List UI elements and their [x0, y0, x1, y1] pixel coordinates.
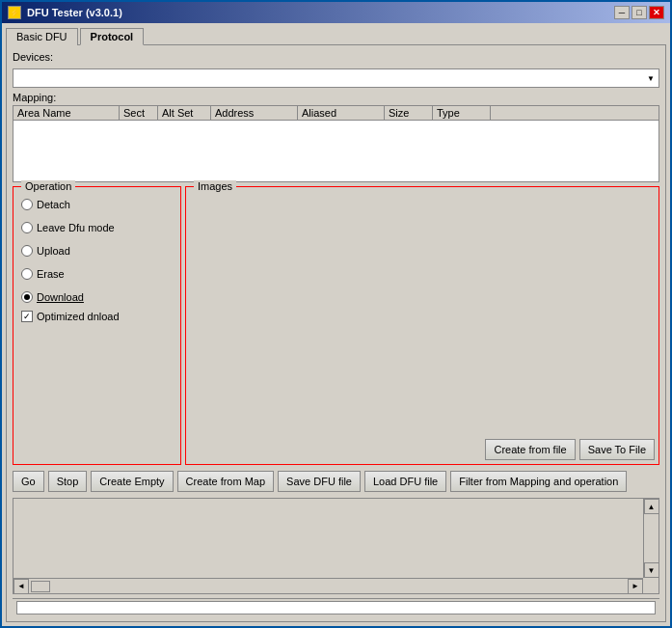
- title-buttons: ─ □ ✕: [614, 6, 664, 19]
- chevron-down-icon: ▼: [647, 74, 655, 83]
- radio-group: Detach Leave Dfu mode Upload Erase: [21, 199, 173, 303]
- col-aliased: Aliased: [298, 106, 385, 120]
- radio-leave-dfu[interactable]: Leave Dfu mode: [21, 222, 173, 233]
- scroll-left-arrow[interactable]: ◄: [13, 579, 29, 594]
- devices-label: Devices:: [13, 51, 659, 63]
- save-dfu-file-button[interactable]: Save DFU file: [278, 471, 361, 492]
- bottom-area: ▲ ▼ ◄ ►: [13, 498, 659, 594]
- checkbox-optimized-input[interactable]: ✓: [21, 311, 33, 322]
- radio-upload-input[interactable]: [21, 245, 33, 257]
- scroll-thumb-h[interactable]: [31, 581, 50, 592]
- col-area-name: Area Name: [13, 106, 120, 120]
- title-bar: ⚡ DFU Tester (v3.0.1) ─ □ ✕: [2, 2, 670, 23]
- images-content: [186, 187, 659, 464]
- devices-dropdown[interactable]: ▼: [13, 68, 659, 88]
- mapping-table: Area Name Sect Alt Set Address Aliased S…: [13, 105, 659, 182]
- mapping-label: Mapping:: [13, 92, 659, 103]
- checkbox-optimized[interactable]: ✓ Optimized dnload: [21, 311, 173, 322]
- button-bar: Go Stop Create Empty Create from Map Sav…: [13, 469, 659, 494]
- tab-protocol[interactable]: Protocol: [80, 28, 145, 45]
- table-header: Area Name Sect Alt Set Address Aliased S…: [13, 106, 659, 121]
- radio-erase[interactable]: Erase: [21, 268, 173, 280]
- operation-group: Operation Detach Leave Dfu mode Upload: [13, 186, 181, 465]
- title-bar-left: ⚡ DFU Tester (v3.0.1): [8, 6, 122, 19]
- images-group: Images Create from file Save To File: [185, 186, 659, 465]
- vertical-scrollbar[interactable]: ▲ ▼: [643, 499, 659, 578]
- col-alt-set: Alt Set: [158, 106, 211, 120]
- radio-detach-input[interactable]: [21, 199, 33, 210]
- create-empty-button[interactable]: Create Empty: [91, 471, 173, 492]
- radio-detach[interactable]: Detach: [21, 199, 173, 210]
- tab-bar: Basic DFU Protocol: [2, 23, 670, 44]
- close-button[interactable]: ✕: [649, 6, 664, 19]
- save-to-file-button[interactable]: Save To File: [579, 439, 655, 460]
- filter-from-mapping-button[interactable]: Filter from Mapping and operation: [450, 471, 627, 492]
- col-address: Address: [211, 106, 298, 120]
- go-button[interactable]: Go: [13, 471, 44, 492]
- create-from-map-button[interactable]: Create from Map: [177, 471, 275, 492]
- radio-leave-dfu-label: Leave Dfu mode: [37, 222, 115, 233]
- devices-row: ▼: [13, 68, 659, 88]
- images-bottom-buttons: Create from file Save To File: [485, 439, 655, 460]
- images-legend: Images: [194, 180, 236, 192]
- radio-erase-input[interactable]: [21, 268, 33, 280]
- status-bar: [13, 598, 659, 615]
- status-panel: [16, 601, 656, 614]
- horizontal-scrollbar[interactable]: ◄ ►: [13, 578, 643, 593]
- radio-erase-label: Erase: [37, 268, 65, 280]
- col-type: Type: [433, 106, 491, 120]
- radio-download-label: Download: [37, 291, 84, 303]
- operation-legend: Operation: [21, 180, 75, 192]
- radio-upload-label: Upload: [37, 245, 70, 257]
- maximize-button[interactable]: □: [632, 6, 647, 19]
- scroll-down-arrow[interactable]: ▼: [644, 562, 659, 578]
- load-dfu-file-button[interactable]: Load DFU file: [364, 471, 446, 492]
- radio-download-input[interactable]: [21, 291, 33, 303]
- scroll-right-arrow[interactable]: ►: [628, 579, 643, 594]
- scroll-up-arrow[interactable]: ▲: [644, 499, 659, 514]
- radio-upload[interactable]: Upload: [21, 245, 173, 257]
- mapping-section: Mapping: Area Name Sect Alt Set Address …: [13, 92, 659, 182]
- col-size: Size: [385, 106, 433, 120]
- checkbox-optimized-label: Optimized dnload: [37, 311, 120, 322]
- window-title: DFU Tester (v3.0.1): [27, 7, 122, 18]
- main-content: Devices: ▼ Mapping: Area Name Sect Alt S…: [6, 44, 666, 622]
- create-from-file-button[interactable]: Create from file: [485, 439, 575, 460]
- radio-detach-label: Detach: [37, 199, 70, 210]
- radio-leave-dfu-input[interactable]: [21, 222, 33, 233]
- app-icon: ⚡: [8, 6, 21, 19]
- tab-basic-dfu[interactable]: Basic DFU: [6, 28, 78, 45]
- main-window: ⚡ DFU Tester (v3.0.1) ─ □ ✕ Basic DFU Pr…: [0, 0, 672, 628]
- middle-section: Operation Detach Leave Dfu mode Upload: [13, 186, 659, 465]
- radio-download[interactable]: Download: [21, 291, 173, 303]
- col-sect: Sect: [120, 106, 158, 120]
- minimize-button[interactable]: ─: [614, 6, 630, 19]
- stop-button[interactable]: Stop: [48, 471, 88, 492]
